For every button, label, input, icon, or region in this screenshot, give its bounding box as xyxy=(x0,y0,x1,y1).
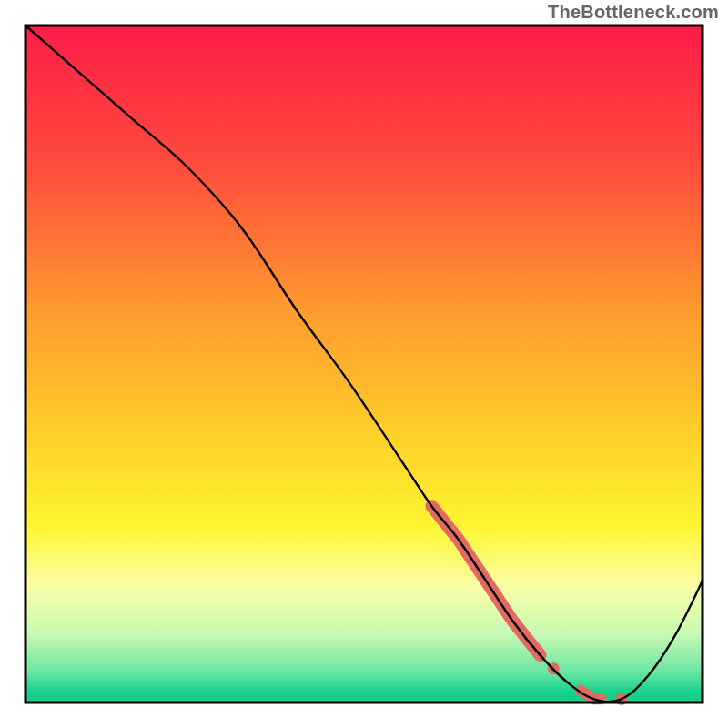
heatmap-background xyxy=(25,25,703,703)
chart-stage: TheBottleneck.com xyxy=(0,0,728,728)
chart-svg xyxy=(0,0,728,728)
watermark-label: TheBottleneck.com xyxy=(548,2,719,23)
